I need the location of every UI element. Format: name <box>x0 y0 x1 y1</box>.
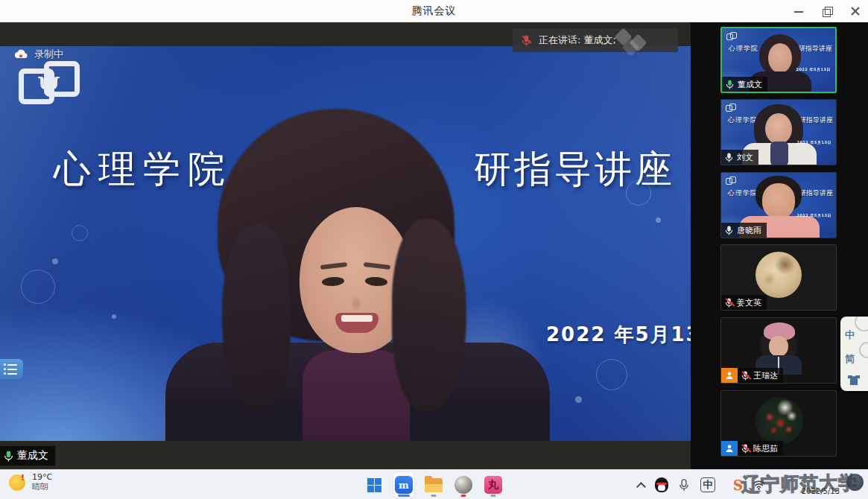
molecule-decoration <box>575 396 582 403</box>
tencent-meeting-taskbar-button[interactable]: m <box>393 472 414 498</box>
molecule-decoration <box>656 217 661 223</box>
recording-indicator: 录制中 <box>13 48 63 61</box>
photo-app-button[interactable] <box>453 472 474 498</box>
psychology-school-logo <box>726 177 738 186</box>
title-bar: 腾讯会议 <box>0 0 868 22</box>
mic-on-icon <box>726 80 734 89</box>
participant-avatar <box>755 397 803 445</box>
participant-tile-jiangwenying[interactable]: 姜文英 <box>720 244 837 311</box>
participant-tile-liuwen[interactable]: 心理学院 2 研指导讲座 2022 年5月13日 刘文 <box>720 99 837 165</box>
active-speaker-name: 董成文 <box>17 449 48 463</box>
molecule-decoration <box>21 270 55 304</box>
restore-icon[interactable] <box>822 6 832 16</box>
speaking-indicator: 正在讲话: 董成文; <box>513 28 678 52</box>
taskbar-center-icons: m 丸 <box>364 471 504 498</box>
mic-on-icon <box>4 451 13 462</box>
mic-on-icon <box>725 226 733 235</box>
presenter-shirt <box>302 350 410 441</box>
psychology-school-logo <box>726 104 738 113</box>
molecule-decoration <box>596 359 627 390</box>
weather-temperature: 19°C <box>32 473 52 483</box>
qq-tray-icon[interactable] <box>655 470 668 499</box>
participant-avatar <box>755 252 802 298</box>
sun-icon <box>9 474 25 491</box>
widget-char-bottom: 简 <box>845 352 855 366</box>
psychology-school-logo: Ψ <box>19 61 83 110</box>
start-button[interactable] <box>364 472 384 498</box>
participant-name: 王瑞达 <box>753 370 778 381</box>
participant-tile-dongchengwen[interactable]: 心理学院 2 研指导讲座 2022 年5月13日 董成文 <box>720 27 837 93</box>
active-speaker-name-label: 董成文 <box>0 446 55 465</box>
floating-side-widget[interactable]: 中 简 <box>840 317 868 391</box>
molecule-decoration <box>112 314 116 319</box>
molecule-decoration <box>52 258 58 264</box>
person-icon <box>725 371 734 380</box>
participant-name: 董成文 <box>738 79 762 90</box>
slide-title-right: 研指导讲座 <box>474 144 675 194</box>
participant-name: 刘文 <box>737 152 753 163</box>
shirt-icon <box>848 375 860 385</box>
meeting-app: Ψ 心理学院 2 研指导讲座 2022 年5月13日 <box>0 22 868 469</box>
participant-badge <box>721 441 738 456</box>
participant-name: 姜文英 <box>737 297 761 308</box>
mic-icon <box>679 479 689 492</box>
slide-date: 2022 年5月13日 <box>546 322 691 348</box>
ime-tray-icon[interactable]: 中 <box>700 470 715 499</box>
wan-app-button[interactable]: 丸 <box>483 472 504 498</box>
main-stage: Ψ 心理学院 2 研指导讲座 2022 年5月13日 <box>0 22 691 469</box>
person-icon <box>725 444 734 453</box>
molecule-decoration <box>72 225 88 241</box>
muted-mic-icon <box>522 35 531 46</box>
windows-logo-icon <box>367 478 381 492</box>
participant-name: 陈思茹 <box>753 443 778 454</box>
hand-raised-badge <box>721 368 738 383</box>
folder-icon <box>425 478 443 492</box>
muted-mic-icon <box>725 298 733 308</box>
mic-on-icon <box>725 153 733 162</box>
minimize-icon[interactable] <box>793 6 804 16</box>
participant-tile-tangxiaoyu[interactable]: 心理学院 2 研指导讲座 2022 年5月13日 唐晓雨 <box>720 172 837 238</box>
penguin-icon <box>655 477 668 492</box>
microphone-tray-icon[interactable] <box>679 470 689 499</box>
round-photo-icon <box>454 476 472 494</box>
university-watermark: 辽宁师范大学 <box>741 471 858 498</box>
main-video[interactable]: Ψ 心理学院 2 研指导讲座 2022 年5月13日 <box>0 46 691 441</box>
muted-mic-icon <box>741 371 750 381</box>
psychology-school-logo <box>726 32 738 42</box>
speaking-label: 正在讲话: 董成文; <box>539 34 616 47</box>
close-icon[interactable] <box>850 6 861 16</box>
widget-char-top: 中 <box>845 328 855 342</box>
chinese-ime-icon: 中 <box>700 477 715 492</box>
file-explorer-button[interactable] <box>423 472 444 498</box>
tencent-meeting-icon: m <box>395 476 413 494</box>
wan-app-icon: 丸 <box>484 476 502 494</box>
tray-overflow-chevron[interactable] <box>637 470 644 499</box>
meeting-list-toggle-button[interactable] <box>0 359 23 379</box>
participant-tile-chensiru[interactable]: 陈思茹 <box>720 390 837 457</box>
chevron-up-icon <box>637 481 644 489</box>
screen: 腾讯会议 Ψ 心理学 <box>0 0 868 499</box>
windows-taskbar: 19°C 晴朗 m 丸 <box>0 469 868 499</box>
muted-mic-icon <box>741 444 750 454</box>
window-controls <box>793 0 861 22</box>
participant-tile-wangruida[interactable]: 王瑞达 <box>720 317 837 384</box>
window-title: 腾讯会议 <box>0 4 868 18</box>
participant-name: 唐晓雨 <box>737 225 761 236</box>
weather-condition: 晴朗 <box>32 483 52 492</box>
weather-widget[interactable]: 19°C 晴朗 <box>9 473 52 492</box>
recording-label: 录制中 <box>34 48 63 61</box>
cloud-recording-icon <box>13 49 28 60</box>
